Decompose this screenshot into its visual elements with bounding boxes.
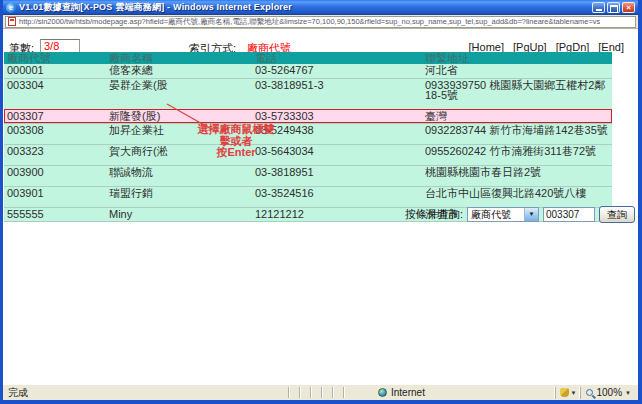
vendor-code: 000001 [4,64,106,78]
vendor-address: 桃園縣桃園市春日路2號 [422,165,612,186]
table-row[interactable]: 003323 賀大商行(淞 03-5643034 0955260242 竹市湳雅… [4,144,612,165]
table-row[interactable]: 000001 億客來總 03-5264767 河北省 [4,64,612,78]
status-bar: 完成 Internet ▼ 100% ▼ [3,384,638,400]
vendor-name: 聯誠物流 [106,165,252,186]
condition-query-label: 按條件查詢: [405,207,463,222]
zoom-level: 100% [596,387,622,398]
globe-icon [378,388,387,397]
vendor-address: 臺灣 [422,109,612,123]
vendor-address: 台北市中山區復興北路420號八樓 [422,186,612,207]
url-input[interactable]: http://sin2000/tw/htsb/modepage.asp?hfie… [5,16,636,28]
zoom-control[interactable]: 100% ▼ [580,387,636,399]
table-header-row: 廠商代號 廠商名稱 電話 聯繫地址 [4,52,612,64]
vendor-code: 003323 [4,144,106,165]
chevron-down-icon[interactable]: ▼ [524,208,538,221]
query-button[interactable]: 查詢 [599,206,635,223]
address-bar: http://sin2000/tw/htsb/modepage.asp?hfie… [3,15,638,29]
vendor-tel: 03-3524516 [252,186,422,207]
status-text: 完成 [5,386,288,400]
vendor-tel: 03-5264767 [252,64,422,78]
vendor-name: Miny [106,207,252,221]
vendor-tel: 03-3818951 [252,165,422,186]
header-vendor-code: 廠商代號 [4,52,106,64]
condition-query-bar: 按條件查詢: 廠商代號 ▼ 查詢 [405,206,635,223]
vendor-name: 賀大商行(淞 [106,144,252,165]
title-bar[interactable]: e V1.01數據查詢[X-POS 雲端商務網] - Windows Inter… [3,0,638,15]
protected-mode-panel[interactable]: ▼ [555,387,581,399]
minimize-button[interactable] [592,2,605,13]
header-address: 聯繫地址 [422,52,612,64]
vendor-tel: 03-3818951-3 [252,78,422,109]
header-phone: 電話 [252,52,422,64]
zone-label: Internet [391,387,425,398]
header-vendor-name: 廠商名稱 [106,52,252,64]
url-text: http://sin2000/tw/htsb/modepage.asp?hfie… [19,17,600,27]
query-field-selected: 廠商代號 [468,208,524,222]
vendor-code: 003307 [4,109,106,123]
vendor-code: 003304 [4,78,106,109]
browser-window: e V1.01數據查詢[X-POS 雲端商務網] - Windows Inter… [0,0,642,404]
chevron-down-icon[interactable]: ▼ [571,388,577,398]
vendor-address: 0932283744 新竹市海埔路142巷35號 [422,123,612,144]
query-value-input[interactable] [543,207,595,222]
internet-explorer-icon: e [6,3,16,13]
vendor-name: 新隆發(股) [106,109,252,123]
vendor-tel: 03-5249438 [252,123,422,144]
vendor-address: 0933939750 桃園縣大園鄉五權村2鄰18-5號 [422,78,612,109]
security-zone: Internet [354,387,472,398]
shield-icon [560,388,569,397]
vendor-name: 晏群企業(股 [106,78,252,109]
page-content: 筆數: 3/8 索引方式: 廠商代號 [Home] [PgUp] [PgDn] … [3,29,638,384]
vendor-tel: 03-5643034 [252,144,422,165]
query-field-select[interactable]: 廠商代號 ▼ [467,207,539,222]
table-row[interactable]: 003900 聯誠物流 03-3818951 桃園縣桃園市春日路2號 [4,165,612,186]
chevron-down-icon[interactable]: ▼ [625,388,631,398]
vendor-name: 瑞盟行銷 [106,186,252,207]
table-row[interactable]: 003308 加昇企業社 03-5249438 0932283744 新竹市海埔… [4,123,612,144]
window-title: V1.01數據查詢[X-POS 雲端商務網] - Windows Interne… [19,1,592,14]
vendor-address: 河北省 [422,64,612,78]
vendor-name: 加昇企業社 [106,123,252,144]
vendor-code: 003900 [4,165,106,186]
close-button[interactable]: × [622,2,635,13]
page-icon [8,17,16,26]
record-count-input[interactable]: 3/8 [40,39,80,53]
vendor-address: 0955260242 竹市湳雅街311巷72號 [422,144,612,165]
vendor-code: 003901 [4,186,106,207]
vendor-code: 003308 [4,123,106,144]
maximize-button[interactable] [607,2,620,13]
vendor-tel: 03-5733303 [252,109,422,123]
vendor-table: 廠商代號 廠商名稱 電話 聯繫地址 000001 億客來總 03-5264767… [4,52,612,222]
table-row-selected[interactable]: 003307 新隆發(股) 03-5733303 臺灣 [4,109,612,123]
table-row[interactable]: 003304 晏群企業(股 03-3818951-3 0933939750 桃園… [4,78,612,109]
zoom-icon [586,389,593,396]
table-row[interactable]: 003901 瑞盟行銷 03-3524516 台北市中山區復興北路420號八樓 [4,186,612,207]
vendor-tel: 12121212 [252,207,422,221]
vendor-code: 555555 [4,207,106,221]
vendor-name: 億客來總 [106,64,252,78]
